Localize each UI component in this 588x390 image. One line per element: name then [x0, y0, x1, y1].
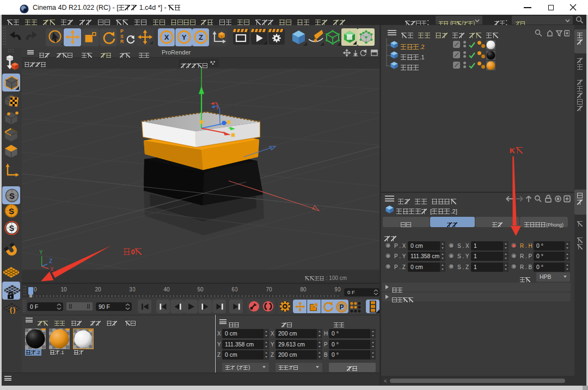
svg-text:S: S: [9, 206, 14, 216]
svg-text:S: S: [9, 191, 15, 200]
svg-text:P: P: [339, 303, 344, 311]
svg-text:X: X: [164, 33, 169, 41]
svg-text:Z: Z: [199, 33, 203, 41]
svg-text:S: S: [9, 224, 14, 233]
svg-text:X: X: [50, 266, 54, 272]
svg-text:Y: Y: [182, 33, 187, 41]
svg-text:Y: Y: [39, 249, 43, 255]
svg-text:Z: Z: [49, 258, 52, 264]
